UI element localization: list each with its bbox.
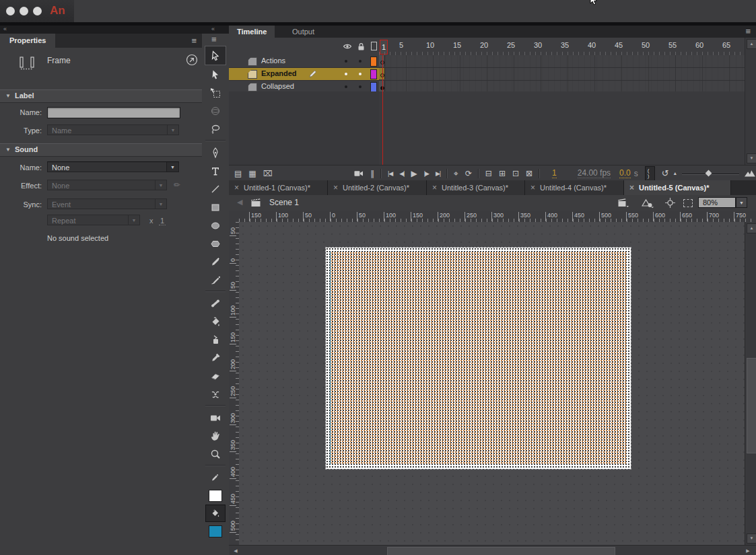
scroll-up-icon[interactable]: ▲	[747, 223, 756, 233]
step-forward-button[interactable]: |▶	[424, 169, 429, 178]
expand-frames-icon[interactable]	[745, 170, 756, 177]
frame-span-toggle[interactable]: ( )	[645, 166, 655, 181]
frame-number[interactable]: 30	[534, 41, 542, 49]
tab-output[interactable]: Output	[284, 26, 322, 38]
oval-tool[interactable]	[202, 216, 229, 234]
document-tab-2[interactable]: ×Untitled-2 (Canvas)*	[328, 180, 427, 195]
layer-lock-dot[interactable]	[359, 85, 362, 88]
edit-scene-button[interactable]	[618, 198, 629, 207]
close-tab-icon[interactable]: ×	[432, 183, 437, 192]
scroll-left-icon[interactable]: ◀	[232, 547, 240, 554]
frame-number[interactable]: 45	[615, 41, 623, 49]
close-tab-icon[interactable]: ×	[530, 183, 535, 192]
window-close-button[interactable]	[6, 7, 15, 15]
pen-tool[interactable]	[202, 143, 229, 161]
layer-lock-dot[interactable]	[359, 60, 362, 63]
layer-color-swatch[interactable]	[370, 57, 377, 67]
layer-frames[interactable]	[379, 55, 745, 67]
center-frame-button[interactable]: ⌖	[454, 169, 458, 178]
layer-visibility-dot[interactable]	[345, 60, 347, 63]
onion-skin-button[interactable]: ⊟	[485, 169, 492, 178]
scroll-down-icon[interactable]: ▼	[747, 533, 756, 544]
shorten-frames-icon[interactable]: ▴	[674, 169, 677, 178]
stage[interactable]	[326, 248, 631, 469]
label-name-input[interactable]	[47, 107, 180, 118]
fill-color-swatch[interactable]	[202, 522, 229, 540]
delete-layer-button[interactable]: ⌧	[263, 169, 273, 178]
reset-timeline-zoom-button[interactable]: ↺	[662, 169, 669, 178]
close-tab-icon[interactable]: ×	[629, 183, 634, 192]
paint-brush-tool[interactable]	[202, 270, 229, 289]
layer-visibility-dot[interactable]	[345, 85, 347, 88]
properties-menu-icon[interactable]: ≡	[191, 36, 197, 46]
window-zoom-button[interactable]	[33, 7, 42, 15]
pencil-tool[interactable]	[202, 252, 229, 270]
horizontal-scrollbar[interactable]: ◀ ▶	[229, 545, 756, 555]
new-folder-button[interactable]: ▦	[248, 169, 256, 178]
frame-number[interactable]: 25	[507, 41, 515, 49]
collapse-icon[interactable]: «	[211, 26, 215, 32]
back-button[interactable]: ◀	[237, 198, 242, 207]
zoom-dropdown-button[interactable]: ▼	[736, 197, 747, 208]
selected-rectangle[interactable]	[330, 252, 627, 465]
frame-number[interactable]: 5	[399, 41, 403, 49]
frame-rate-value[interactable]: 24.00 fps	[578, 168, 611, 178]
layer-row-actions[interactable]: Actions	[229, 55, 745, 68]
collapse-icon[interactable]: «	[3, 26, 7, 32]
sound-section-header[interactable]: ▼Sound	[0, 143, 202, 157]
frame-number[interactable]: 10	[426, 41, 434, 49]
frame-number[interactable]: 15	[453, 41, 461, 49]
frame-number[interactable]: 65	[722, 41, 730, 49]
stroke-color-swatch[interactable]	[202, 486, 229, 505]
slider-thumb[interactable]	[705, 170, 712, 176]
paint-bucket-tool[interactable]	[202, 312, 229, 330]
timeline-scrollbar[interactable]: ▲ ▼	[745, 38, 756, 165]
properties-collapse-bar[interactable]: «	[0, 26, 202, 34]
tab-properties[interactable]: Properties	[0, 34, 55, 48]
free-transform-tool[interactable]	[202, 83, 229, 102]
play-button[interactable]: ▶	[411, 169, 417, 178]
elapsed-time-value[interactable]: 0.0	[619, 168, 631, 178]
scroll-right-icon[interactable]: ▶	[744, 547, 752, 554]
frame-number[interactable]: 35	[561, 41, 569, 49]
layer-lock-dot[interactable]	[359, 73, 362, 75]
tools-menu-icon[interactable]: ≡	[211, 35, 217, 44]
document-tab-3[interactable]: ×Untitled-3 (Canvas)*	[427, 180, 525, 195]
modify-markers-button[interactable]: ⊠	[526, 169, 532, 178]
layer-name[interactable]: Actions	[261, 57, 285, 65]
ink-bottle-tool[interactable]	[202, 330, 229, 348]
frame-number[interactable]: 60	[695, 41, 703, 49]
layer-color-swatch[interactable]	[370, 69, 377, 79]
current-frame-indicator[interactable]: 1	[552, 168, 557, 178]
subselection-tool[interactable]	[202, 65, 229, 83]
document-tab-5[interactable]: ×Untitled-5 (Canvas)*	[624, 180, 731, 195]
frame-number[interactable]: 20	[480, 41, 488, 49]
center-stage-button[interactable]	[665, 198, 675, 208]
timeline-menu-icon[interactable]: ≡	[745, 27, 751, 36]
lock-all-layers-icon[interactable]	[357, 42, 366, 51]
fill-color-bucket[interactable]	[205, 505, 226, 522]
timeline-zoom-slider[interactable]	[682, 169, 740, 178]
stroke-color-pencil[interactable]	[202, 468, 229, 486]
polystar-tool[interactable]	[202, 234, 229, 252]
scrollbar-thumb[interactable]	[387, 547, 615, 555]
onion-skin-outlines-button[interactable]: ⊞	[499, 169, 506, 178]
layer-name[interactable]: Collapsed	[261, 82, 294, 90]
layer-frames[interactable]	[379, 68, 745, 80]
frame-number[interactable]: 50	[642, 41, 650, 49]
hand-tool[interactable]	[202, 427, 229, 445]
close-tab-icon[interactable]: ×	[234, 183, 239, 192]
window-minimize-button[interactable]	[20, 7, 28, 15]
document-tab-1[interactable]: ×Untitled-1 (Canvas)*	[229, 180, 328, 195]
vertical-scrollbar[interactable]: ▲ ▼	[745, 222, 756, 545]
bone-tool[interactable]	[202, 294, 229, 312]
asset-warp-tool[interactable]	[202, 385, 229, 403]
eyedropper-tool[interactable]	[202, 348, 229, 367]
new-layer-button[interactable]: ▤	[234, 169, 242, 178]
scrollbar-thumb[interactable]	[747, 358, 756, 453]
show-hide-all-layers-icon[interactable]	[343, 42, 352, 50]
dropdown-arrow-icon[interactable]: ▼	[166, 162, 178, 172]
help-arrow-icon[interactable]	[186, 54, 198, 66]
zoom-level-field[interactable]: 80%	[698, 197, 736, 208]
eraser-tool[interactable]	[202, 367, 229, 385]
